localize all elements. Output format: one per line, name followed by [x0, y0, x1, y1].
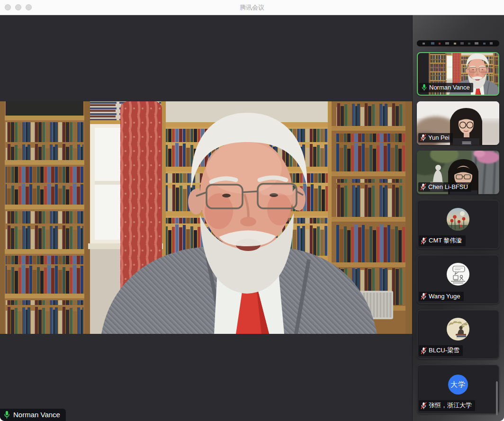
- participant-label: Yun Pei: [418, 133, 453, 143]
- active-speaker-name: Norman Vance: [13, 411, 60, 419]
- participant-tile-zhangheng[interactable]: 大学 张恒，浙江大学: [417, 365, 499, 414]
- avatar-initials: 大学: [448, 375, 468, 394]
- titlebar: 腾讯会议: [0, 0, 504, 15]
- avatar-poppies: [447, 208, 469, 231]
- main-video[interactable]: [0, 101, 412, 334]
- mic-muted-icon: [421, 237, 427, 244]
- sidebar-scrollbar[interactable]: [496, 381, 498, 415]
- participants-sidebar: Norman Vance: [412, 15, 504, 421]
- participant-tile-blcu[interactable]: BLCU-梁雪: [417, 310, 499, 359]
- avatar-comic: [447, 263, 469, 286]
- active-speaker-nametag: Norman Vance: [0, 409, 66, 421]
- participant-tile-chen-li[interactable]: Chen Li-BFSU: [417, 151, 499, 194]
- participant-tile-wang-yuge[interactable]: Wang Yuge: [417, 255, 499, 304]
- zoom-button[interactable]: [26, 4, 32, 10]
- mic-muted-icon: [421, 347, 427, 354]
- participant-label: CMT 黎伟漩: [419, 235, 466, 246]
- mic-muted-icon: [421, 402, 427, 409]
- participant-name: BLCU-梁雪: [429, 346, 459, 355]
- participant-name: Wang Yuge: [429, 293, 460, 300]
- content: Norman Vance: [0, 15, 504, 421]
- close-button[interactable]: [5, 4, 11, 10]
- partial-video-tile[interactable]: [417, 40, 499, 46]
- speaker-video-frame: [0, 101, 412, 334]
- participant-label: BLCU-梁雪: [419, 345, 463, 356]
- participant-label: Norman Vance: [419, 83, 473, 92]
- participant-name: 张恒，浙江大学: [429, 401, 472, 410]
- participant-label: 张恒，浙江大学: [419, 400, 475, 411]
- participant-tile-cmt[interactable]: CMT 黎伟漩: [417, 200, 499, 249]
- mic-muted-icon: [420, 134, 426, 141]
- mic-on-icon: [421, 84, 427, 91]
- participant-label: Chen Li-BFSU: [418, 182, 471, 192]
- window-title: 腾讯会议: [0, 3, 504, 12]
- avatar-painting: [447, 318, 469, 340]
- mic-muted-icon: [421, 293, 427, 300]
- participant-tile-norman-vance[interactable]: Norman Vance: [417, 52, 499, 96]
- participant-label: Wang Yuge: [419, 292, 464, 301]
- minimize-button[interactable]: [15, 4, 21, 10]
- main-area: Norman Vance: [0, 15, 412, 421]
- partial-video-content: [417, 40, 499, 46]
- participant-name: Chen Li-BFSU: [428, 183, 468, 190]
- participant-name: Norman Vance: [429, 84, 470, 91]
- participant-name: CMT 黎伟漩: [429, 236, 462, 245]
- traffic-lights: [5, 4, 32, 10]
- participant-tile-yun-pei[interactable]: Yun Pei: [417, 101, 499, 145]
- meeting-window: 腾讯会议 Norman Vance: [0, 0, 504, 421]
- mic-muted-icon: [420, 183, 426, 190]
- participant-name: Yun Pei: [428, 134, 450, 141]
- mic-on-icon: [3, 411, 10, 419]
